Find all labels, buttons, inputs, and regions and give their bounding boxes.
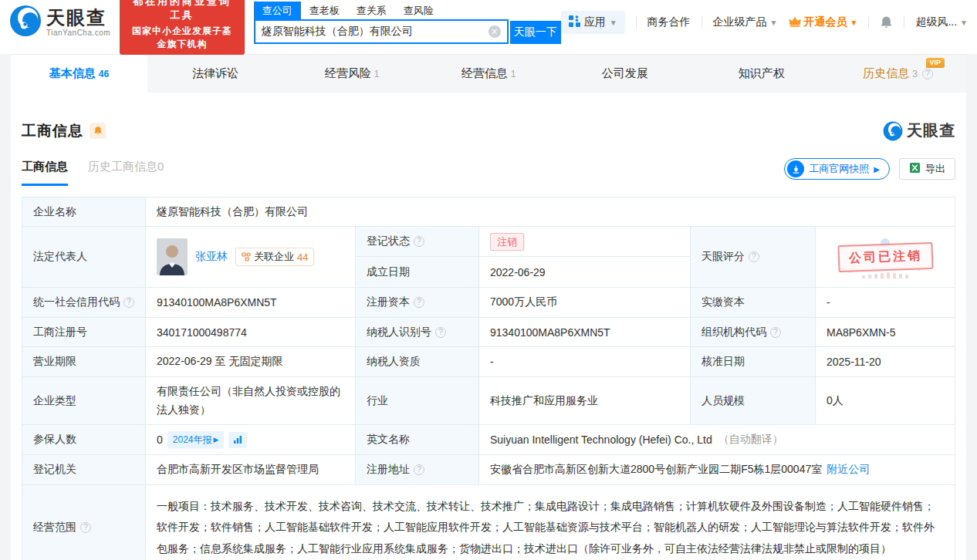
search-tab-boss[interactable]: 查老板 — [301, 2, 348, 19]
field-label-uscc: 统一社会信用代码? — [22, 288, 146, 318]
field-label-tianyan-score: 天眼评分? — [691, 227, 816, 288]
field-value-registration-authority: 合肥市高新开发区市场监督管理局 — [146, 455, 356, 485]
chevron-down-icon: ▼ — [850, 19, 858, 27]
auto-translate-note: （自动翻译） — [718, 433, 783, 447]
apps-grid-icon — [569, 15, 580, 29]
help-icon[interactable]: ? — [922, 69, 933, 79]
help-icon[interactable]: ? — [414, 236, 424, 247]
stamp-icon — [787, 160, 804, 177]
field-value-english-name: Suiyuan Intelligent Technology (Hefei) C… — [479, 425, 955, 455]
field-value-taxpayer-qualification: - — [479, 347, 691, 377]
tab-label: 基本信息 — [49, 66, 96, 81]
help-icon[interactable]: ? — [770, 327, 781, 338]
help-icon[interactable]: ? — [749, 251, 759, 262]
help-icon[interactable]: ? — [435, 327, 446, 338]
apps-menu[interactable]: 应用 ▼ — [561, 11, 625, 34]
tab-basic-info[interactable]: 基本信息46 — [11, 55, 147, 93]
help-icon[interactable]: ? — [80, 522, 91, 533]
related-label: 关联企业 — [254, 250, 294, 264]
subtab-history-business-info[interactable]: 历史工商信息0 — [88, 160, 164, 186]
annual-report-badge[interactable]: 2024年报▶ — [167, 431, 225, 449]
watermark-text: 天眼查 — [907, 120, 955, 141]
page-body: 基本信息46 法律诉讼 经营风险1 经营信息1 公司发展 知识产权 VIP 历史… — [0, 54, 977, 560]
enterprise-label: 企业级产品 — [713, 15, 767, 29]
subscribe-bell-icon[interactable] — [90, 123, 106, 139]
search-tab-relation[interactable]: 查关系 — [348, 2, 395, 19]
field-label-business-term: 营业期限 — [22, 347, 146, 377]
legal-rep-avatar[interactable] — [157, 238, 188, 275]
field-label-approval-date: 核准日期 — [691, 347, 816, 377]
field-value-insured-count: 0 2024年报▶ — [146, 425, 356, 455]
tab-company-development[interactable]: 公司发展 — [556, 55, 693, 93]
tab-count: 3 — [912, 69, 918, 79]
tab-count: 46 — [99, 69, 109, 79]
subtab-business-info[interactable]: 工商信息 — [22, 160, 68, 186]
tab-intellectual-property[interactable]: 知识产权 — [693, 55, 830, 93]
field-label-business-scope: 经营范围? — [22, 485, 146, 560]
menu-cooperation[interactable]: 商务合作 — [647, 15, 691, 29]
tab-count: 1 — [511, 69, 516, 79]
chevron-down-icon: ▼ — [610, 19, 617, 27]
field-label-industry: 行业 — [356, 377, 479, 425]
field-label-registration-status: 登记状态? — [356, 227, 479, 257]
tab-operation-risk[interactable]: 经营风险1 — [284, 55, 421, 93]
tab-history-info[interactable]: VIP 历史信息3 ? — [830, 55, 966, 93]
field-label-insured-count: 参保人数 — [22, 425, 146, 455]
search-tab-risk[interactable]: 查风险 — [395, 2, 442, 19]
tianyancha-logo[interactable]: 天眼查 TianYanCha.com — [9, 5, 110, 40]
notifications-bell[interactable] — [880, 15, 893, 29]
menu-super-risk[interactable]: 超级风... ▼ — [915, 15, 968, 29]
search-tab-company[interactable]: 查公司 — [254, 2, 301, 19]
related-companies-badge[interactable]: 关联企业 44 — [235, 248, 314, 266]
search-button[interactable]: 天眼一下 — [510, 21, 561, 44]
field-value-approval-date: 2025-11-20 — [816, 347, 955, 377]
divider — [904, 16, 904, 29]
section-title: 工商信息 — [22, 121, 83, 141]
chevron-down-icon: ▼ — [960, 19, 968, 27]
search-input[interactable] — [255, 25, 488, 38]
open-vip-label: 开通会员 — [804, 15, 847, 29]
export-button[interactable]: 导出 — [899, 158, 955, 180]
help-icon[interactable]: ? — [123, 297, 134, 308]
clear-search-icon[interactable]: ✕ — [488, 25, 501, 38]
insured-trend-icon[interactable] — [228, 432, 247, 448]
field-value-org-code: MA8P6XMN-5 — [816, 318, 955, 347]
field-label-registered-capital: 注册资本? — [356, 288, 479, 318]
chevron-down-icon: ▼ — [770, 19, 778, 27]
field-value-business-term: 2022-06-29 至 无固定期限 — [146, 347, 356, 377]
field-value-business-scope: 一般项目：技术服务、技术开发、技术咨询、技术交流、技术转让、技术推广；集成电路设… — [146, 485, 955, 560]
field-label-taxpayer-qualification: 纳税人资质 — [356, 347, 479, 377]
field-label-english-name: 英文名称 — [356, 425, 479, 455]
official-snapshot-button[interactable]: 工商官网快照 ▶ — [784, 158, 890, 180]
field-value-paid-capital: - — [816, 288, 955, 318]
field-label-paid-capital: 实缴资本 — [691, 288, 816, 318]
help-icon[interactable]: ? — [414, 464, 424, 475]
vip-badge: VIP — [926, 58, 945, 68]
legal-rep-name-link[interactable]: 张亚林 — [195, 250, 228, 264]
tab-operation-info[interactable]: 经营信息1 — [421, 55, 557, 93]
menu-open-vip[interactable]: 开通会员 ▼ — [789, 15, 858, 29]
company-cancelled-stamp: 公司已注销 — [837, 241, 933, 272]
field-label-taxpayer-id: 纳税人识别号? — [356, 318, 479, 347]
snapshot-label: 工商官网快照 — [809, 162, 869, 176]
tab-label: 经营信息 — [461, 66, 508, 81]
field-label-registration-authority: 登记机关 — [22, 455, 146, 485]
header-menu: 应用 ▼ 商务合作 企业级产品 ▼ 开通会员 ▼ 超级风... ▼ — [561, 11, 968, 34]
apps-label: 应用 — [584, 15, 606, 29]
tab-legal-lawsuits[interactable]: 法律诉讼 — [147, 55, 284, 93]
top-header: 天眼查 TianYanCha.com 都在用的商业查询工具 国家中小企业发展子基… — [0, 0, 977, 45]
field-value-company-name: 燧原智能科技（合肥）有限公司 — [146, 197, 955, 227]
field-label-registration-number: 工商注册号 — [22, 318, 146, 347]
business-info-table: 企业名称 燧原智能科技（合肥）有限公司 法定代表人 张亚林 关联企业 44 — [22, 197, 955, 560]
tab-label: 历史信息 — [863, 66, 909, 81]
nearby-companies-link[interactable]: 附近公司 — [827, 463, 870, 477]
tab-label: 经营风险 — [325, 66, 371, 81]
super-risk-label: 超级风... — [915, 15, 957, 29]
field-value-legal-representative: 张亚林 关联企业 44 — [146, 227, 356, 288]
help-icon[interactable]: ? — [414, 297, 424, 308]
arrow-right-icon: ▶ — [874, 165, 880, 174]
field-value-taxpayer-id: 91340100MA8P6XMN5T — [479, 318, 691, 347]
field-value-tianyan-score: 公司已注销 — [816, 227, 955, 288]
field-label-org-code: 组织机构代码? — [691, 318, 816, 347]
menu-enterprise[interactable]: 企业级产品 ▼ — [713, 15, 778, 29]
